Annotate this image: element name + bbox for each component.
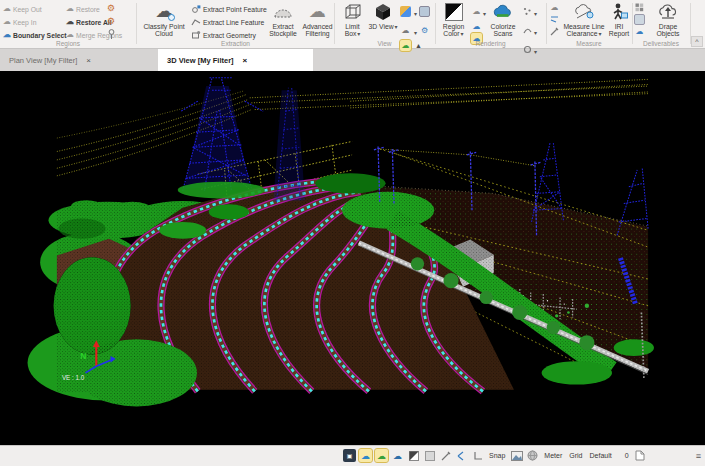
extraction-group-label: Extraction <box>137 40 334 47</box>
application-window: ☁ Keep Out ☁ Keep In ☁ Boundary Select ☁… <box>0 0 705 466</box>
selection-count: 0 <box>625 452 629 459</box>
rendering-small-buttons: ☁ ☁ ☁ <box>471 2 486 44</box>
cloud-toggle-2-active[interactable]: ☁ <box>375 449 388 462</box>
tab-plan-view[interactable]: Plan View [My Filter] × <box>0 49 158 71</box>
keep-out-button[interactable]: ☁ Keep Out <box>3 3 42 15</box>
restore-all-icon: ☁ <box>66 18 74 26</box>
restore-icon: ☁ <box>66 5 74 13</box>
keep-in-button[interactable]: ☁ Keep In <box>3 16 36 28</box>
ortho-angle-tool[interactable] <box>471 449 484 462</box>
status-bar: ▣ ☁ ☁ ☁ Snap <box>0 445 705 466</box>
point-style-button[interactable] <box>522 6 533 17</box>
restore-all-button[interactable]: ☁ Restore All <box>66 16 112 28</box>
status-menu-icon[interactable]: ≡ <box>696 451 701 461</box>
extract-point-feature-button[interactable]: Extract Point Feature <box>191 3 267 15</box>
close-tab-icon[interactable]: × <box>243 56 248 65</box>
rendering-group-label: Rendering <box>435 40 546 47</box>
deliverables-group-label: Deliverables <box>632 40 690 47</box>
tab-3d-view[interactable]: 3D View [My Filter] × <box>158 49 313 71</box>
extract-line-feature-button[interactable]: Extract Line Feature <box>191 16 264 28</box>
cube-dropdown[interactable] <box>413 2 417 20</box>
3d-view-cube-icon <box>373 1 393 23</box>
rendering-style-buttons <box>522 2 537 58</box>
view-group-label: View <box>334 40 435 47</box>
cloud-toggle-1-active[interactable]: ☁ <box>359 449 372 462</box>
keep-in-icon: ☁ <box>3 18 11 26</box>
colorize-scans-icon <box>492 1 514 23</box>
restore-button[interactable]: ☁ Restore <box>66 3 100 15</box>
colored-cube-button[interactable] <box>400 6 411 17</box>
boundary-select-icon: ☁ <box>3 31 11 39</box>
measure-small-buttons: ☁ <box>549 2 560 37</box>
iri-report-icon <box>609 1 629 23</box>
render-scan-button[interactable]: ☁ <box>471 21 482 32</box>
extract-line-feature-icon <box>191 17 201 27</box>
snap-label[interactable]: Snap <box>489 452 505 459</box>
limit-box-icon <box>343 1 363 23</box>
collapse-ribbon-button[interactable]: ^ <box>691 36 703 47</box>
globe-icon-button[interactable] <box>526 449 539 462</box>
keep-out-icon: ☁ <box>3 5 11 13</box>
measure-pen-button[interactable] <box>549 26 560 37</box>
view-settings-gear-button[interactable]: ⚙ <box>419 25 430 36</box>
measure-line-clearance-icon <box>573 1 595 23</box>
cloud-view-button[interactable]: ☁ <box>400 25 411 36</box>
region-option-1-button[interactable]: ⚙ <box>107 2 115 14</box>
view-tab-bar: Plan View [My Filter] × 3D View [My Filt… <box>0 48 705 71</box>
point-style-dropdown[interactable] <box>533 2 537 20</box>
display-image-icon[interactable] <box>510 449 523 462</box>
region-pin-button[interactable] <box>107 28 116 40</box>
grid-label[interactable]: Grid <box>569 452 582 459</box>
measure-section-button[interactable] <box>549 14 560 25</box>
advanced-filtering-icon: ☁ <box>309 1 326 23</box>
extract-stockpile-icon <box>272 1 294 23</box>
extract-point-feature-icon <box>191 4 201 14</box>
cloud-toggle-3[interactable]: ☁ <box>391 449 404 462</box>
new-document-icon[interactable] <box>634 449 647 462</box>
grid-export-button[interactable] <box>634 2 645 13</box>
render-cloud-button[interactable]: ☁ <box>471 6 482 17</box>
measure-cloud-button[interactable]: ☁ <box>549 2 560 13</box>
deliverables-small-buttons: ☁ <box>634 2 645 37</box>
snapshot-image-button[interactable] <box>419 6 430 17</box>
merge-regions-icon: ☁ <box>66 31 74 39</box>
orange-gear-icon: ⚙ <box>107 17 115 25</box>
export-cloud-button[interactable]: ☁ <box>634 26 645 37</box>
contrast-toggle[interactable] <box>407 449 420 462</box>
vertical-exaggeration-label: VE : 1.0 <box>62 374 85 381</box>
region-option-2-button[interactable]: ⚙ <box>107 15 115 27</box>
point-cloud-scene: N VE : 1.0 <box>0 71 705 445</box>
classify-point-cloud-icon: ☁ <box>155 1 173 23</box>
snap-mode-tool[interactable] <box>455 449 468 462</box>
north-axis-label: N <box>80 351 86 361</box>
smooth-style-dropdown[interactable] <box>533 21 537 39</box>
extract-geometry-icon <box>191 30 201 40</box>
grid-toggle-icon[interactable] <box>423 449 436 462</box>
close-tab-icon[interactable]: × <box>86 56 91 65</box>
monitor-icon-button[interactable]: ▣ <box>343 449 356 462</box>
draw-pen-tool[interactable] <box>439 449 452 462</box>
default-label[interactable]: Default <box>590 452 612 459</box>
3d-point-cloud-viewport[interactable]: N VE : 1.0 <box>0 71 705 445</box>
cloud-view-dropdown[interactable] <box>413 21 417 39</box>
regions-group-label: Regions <box>0 40 136 47</box>
pin-icon <box>107 29 116 40</box>
orthoimage-button[interactable] <box>634 14 645 25</box>
meter-label[interactable]: Meter <box>544 452 562 459</box>
measure-group-label: Measure <box>546 40 632 47</box>
orange-gear-icon: ⚙ <box>107 4 115 12</box>
region-color-icon <box>445 1 463 23</box>
ribbon-toolbar: ☁ Keep Out ☁ Keep In ☁ Boundary Select ☁… <box>0 0 705 48</box>
drape-objects-icon <box>657 1 679 23</box>
smooth-style-button[interactable] <box>522 25 533 36</box>
